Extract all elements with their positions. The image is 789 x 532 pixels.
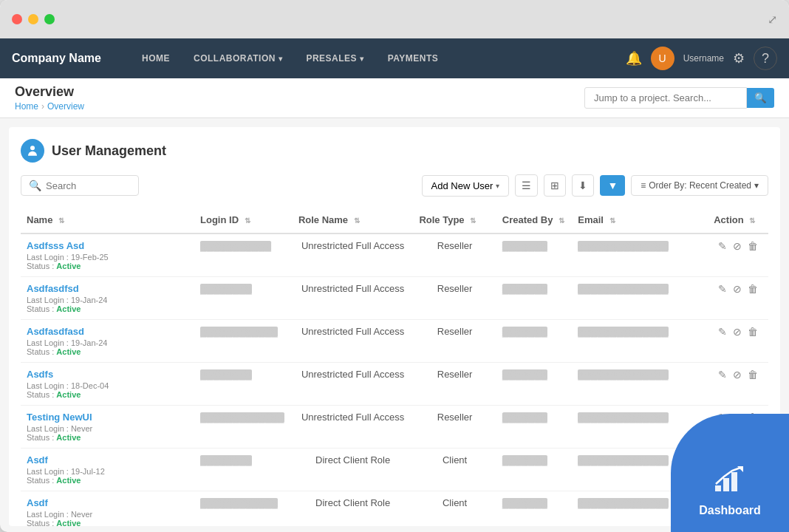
disable-icon[interactable]: ⊘ <box>733 283 742 295</box>
cell-name-3: Asdfs Last Login : 18-Dec-04 Status : Ac… <box>21 363 194 406</box>
support-icon[interactable]: ? <box>754 47 777 70</box>
cell-role-type-4: Reseller <box>413 406 496 449</box>
disable-icon[interactable]: ⊘ <box>733 240 742 252</box>
nav-right-section: 🔔 U Username ⚙ ? <box>626 47 777 70</box>
col-header-created-by[interactable]: Created By ⇅ <box>496 207 572 233</box>
gear-icon[interactable]: ⚙ <box>733 50 745 66</box>
sort-icon: ≡ <box>641 180 646 191</box>
user-name-link[interactable]: Asdf <box>27 497 188 508</box>
cell-role-type-3: Reseller <box>413 363 496 406</box>
cell-role-type-0: Reseller <box>413 233 496 277</box>
login-id: ▓▓▓▓▓▓▓▓▓▓▓▓ <box>200 327 278 337</box>
cell-created-by-6: ▓▓▓▓▓▓▓ <box>496 491 572 527</box>
user-name-link[interactable]: Asdfasdfasd <box>27 326 188 337</box>
disable-icon[interactable]: ⊘ <box>733 326 742 338</box>
maximize-button[interactable] <box>44 14 55 24</box>
table-row: Asdfs Last Login : 18-Dec-04 Status : Ac… <box>21 363 768 406</box>
expand-icon[interactable]: ⤢ <box>768 13 777 27</box>
title-bar: ⤢ <box>0 0 789 38</box>
col-header-login[interactable]: Login ID ⇅ <box>194 207 293 233</box>
nav-username: Username <box>683 53 724 64</box>
chevron-down-icon: ▾ <box>496 182 499 190</box>
order-by-button[interactable]: ≡ Order By: Recent Created ▾ <box>631 175 768 196</box>
list-view-button[interactable]: ☰ <box>515 174 538 197</box>
sort-icon: ⇅ <box>609 216 615 225</box>
created-by: ▓▓▓▓▓▓▓ <box>502 498 547 508</box>
login-id: ▓▓▓▓▓▓▓▓▓▓▓ <box>200 241 271 251</box>
user-status: Status : Active <box>27 262 188 270</box>
user-name-link[interactable]: Asdfs <box>27 369 188 380</box>
svg-rect-1 <box>715 485 721 491</box>
minimize-button[interactable] <box>28 14 38 24</box>
delete-icon[interactable]: 🗑 <box>748 283 758 295</box>
edit-icon[interactable]: ✎ <box>718 326 727 338</box>
cell-created-by-2: ▓▓▓▓▓▓▓ <box>496 320 572 363</box>
edit-icon[interactable]: ✎ <box>718 283 727 295</box>
project-search-input[interactable] <box>584 87 747 109</box>
disable-icon[interactable]: ⊘ <box>733 369 742 381</box>
cell-created-by-1: ▓▓▓▓▓▓▓ <box>496 277 572 320</box>
delete-icon[interactable]: 🗑 <box>748 240 758 252</box>
nav-item-presales[interactable]: PRESALES ▾ <box>294 38 375 78</box>
col-header-role-name[interactable]: Role Name ⇅ <box>293 207 414 233</box>
edit-icon[interactable]: ✎ <box>718 240 727 252</box>
bell-icon[interactable]: 🔔 <box>626 50 642 66</box>
grid-view-button[interactable]: ⊞ <box>544 174 566 197</box>
sort-icon: ⇅ <box>58 216 64 225</box>
section-title: User Management <box>52 143 166 159</box>
nav-item-payments[interactable]: PAYMENTS <box>376 38 451 78</box>
email: ▓▓▓▓▓▓▓▓▓▓▓▓▓▓ <box>578 498 668 508</box>
user-name-link[interactable]: Asdfsss Asd <box>27 240 188 251</box>
user-status: Status : Active <box>27 304 188 313</box>
sort-icon: ⇅ <box>354 216 360 225</box>
add-user-button[interactable]: Add New User ▾ <box>422 175 510 197</box>
user-status: Status : Active <box>27 390 188 399</box>
breadcrumb-home-link[interactable]: Home <box>15 101 38 112</box>
toolbar: 🔍 Add New User ▾ ☰ ⊞ ⬇ ▼ ≡ Order By: Rec… <box>21 174 768 197</box>
user-status: Status : Active <box>27 519 188 526</box>
cell-name-5: Asdf Last Login : 19-Jul-12 Status : Act… <box>21 449 194 491</box>
nav-item-home[interactable]: HOME <box>130 38 182 78</box>
cell-login-4: ▓▓▓▓▓▓▓▓▓▓▓▓▓ <box>194 406 293 449</box>
breadcrumb-bar: Overview Home › Overview 🔍 <box>0 78 789 118</box>
cell-role-type-5: Client <box>413 449 496 491</box>
cell-email-1: ▓▓▓▓▓▓▓▓▓▓▓▓▓▓ <box>572 277 708 320</box>
col-header-name[interactable]: Name ⇅ <box>21 207 194 233</box>
cell-created-by-4: ▓▓▓▓▓▓▓ <box>496 406 572 449</box>
user-last-login: Last Login : 19-Feb-25 <box>27 253 188 262</box>
created-by: ▓▓▓▓▓▓▓ <box>502 241 547 251</box>
users-table: Name ⇅ Login ID ⇅ Role Name ⇅ Role Type … <box>21 207 768 526</box>
project-search-button[interactable]: 🔍 <box>747 88 774 108</box>
company-name-logo: Company Name <box>12 52 108 65</box>
login-id: ▓▓▓▓▓▓▓▓ <box>200 369 252 380</box>
delete-icon[interactable]: 🗑 <box>748 326 758 338</box>
download-button[interactable]: ⬇ <box>572 174 594 197</box>
svg-point-0 <box>30 146 35 150</box>
main-window: ⤢ Company Name HOME COLLABORATION ▾ PRES… <box>0 0 789 532</box>
user-last-login: Last Login : 18-Dec-04 <box>27 381 188 390</box>
delete-icon[interactable]: 🗑 <box>748 369 758 381</box>
cell-created-by-0: ▓▓▓▓▓▓▓ <box>496 233 572 277</box>
cell-login-3: ▓▓▓▓▓▓▓▓ <box>194 363 293 406</box>
search-input[interactable] <box>46 180 134 191</box>
close-button[interactable] <box>12 14 22 24</box>
cell-role-type-6: Client <box>413 491 496 527</box>
breadcrumb-separator: › <box>41 101 44 112</box>
dashboard-widget[interactable]: Dashboard <box>671 414 789 532</box>
svg-rect-2 <box>723 478 729 491</box>
col-header-email[interactable]: Email ⇅ <box>572 207 708 233</box>
filter-button[interactable]: ▼ <box>600 175 625 196</box>
nav-item-collaboration[interactable]: COLLABORATION ▾ <box>182 38 294 78</box>
email: ▓▓▓▓▓▓▓▓▓▓▓▓▓▓ <box>578 455 668 466</box>
avatar[interactable]: U <box>651 47 674 70</box>
user-name-link[interactable]: Testing NewUI <box>27 412 188 423</box>
user-name-link[interactable]: Asdf <box>27 454 188 466</box>
user-name-link[interactable]: Asdfasdfsd <box>27 283 188 294</box>
cell-role-type-2: Reseller <box>413 320 496 363</box>
login-id: ▓▓▓▓▓▓▓▓ <box>200 284 252 294</box>
col-header-role-type[interactable]: Role Type ⇅ <box>413 207 496 233</box>
login-id: ▓▓▓▓▓▓▓▓ <box>200 455 252 466</box>
cell-name-6: Asdf Last Login : Never Status : Active <box>21 491 194 527</box>
table-row: Asdf Last Login : Never Status : Active … <box>21 491 768 527</box>
edit-icon[interactable]: ✎ <box>718 369 727 381</box>
